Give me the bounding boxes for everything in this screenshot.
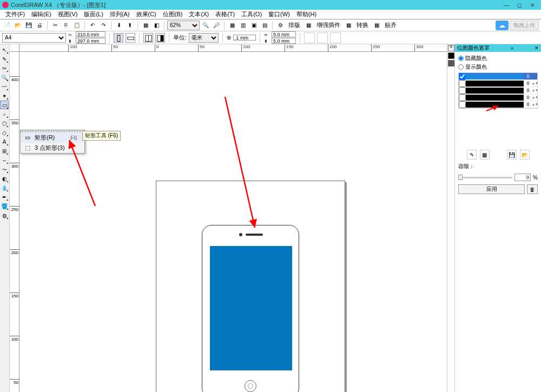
- text-tool[interactable]: A: [0, 137, 9, 146]
- snap-guide-button[interactable]: ▥: [238, 21, 248, 30]
- maximize-button[interactable]: ◻: [513, 1, 526, 9]
- snap-grid-button[interactable]: ▦: [227, 21, 237, 30]
- apply-button[interactable]: 应用: [458, 184, 525, 194]
- save-button[interactable]: 💾: [24, 21, 34, 30]
- export-button[interactable]: ⬆: [125, 21, 135, 30]
- page-layout-btn1[interactable]: ◫: [143, 33, 153, 43]
- zoom-tool[interactable]: 🔍: [0, 73, 9, 82]
- color-swatch[interactable]: [466, 74, 524, 79]
- interactive-tool[interactable]: ◐: [0, 174, 9, 183]
- paper-size-select[interactable]: A4: [2, 33, 66, 43]
- rectangle-tool[interactable]: ▭: [0, 101, 9, 109]
- redo-button[interactable]: ↷: [98, 21, 108, 30]
- flyout-rectangle[interactable]: ▭ 矩形(R) F6: [21, 132, 84, 143]
- flyout-3pt-rectangle[interactable]: ⬚ 3 点矩形(3): [21, 143, 84, 153]
- color-mask-row[interactable]: 0 ▲▼: [459, 87, 537, 94]
- menu-layout[interactable]: 版面(L): [81, 10, 106, 18]
- align-label[interactable]: 贴齐: [382, 21, 399, 29]
- radio-hide-color[interactable]: 隐藏颜色: [458, 54, 538, 63]
- docker-title-bar[interactable]: 位图颜色遮罩 » ✕: [455, 44, 541, 52]
- paste-button[interactable]: 📋: [72, 21, 82, 30]
- welcome-button[interactable]: ◧: [151, 21, 161, 30]
- tolerance-slider[interactable]: [458, 177, 512, 178]
- color-none[interactable]: [448, 45, 454, 51]
- align-icon[interactable]: ▦: [372, 21, 381, 30]
- eyedropper-tool[interactable]: 💧: [0, 183, 9, 192]
- tolerance-input[interactable]: [514, 174, 531, 181]
- app-launcher-button[interactable]: ▦: [141, 21, 150, 30]
- crop-tool[interactable]: ✂: [0, 64, 9, 72]
- page-width-input[interactable]: [76, 31, 105, 37]
- edit-color-button[interactable]: ▦: [480, 150, 490, 160]
- undo-button[interactable]: ↶: [88, 21, 97, 30]
- color-mask-row[interactable]: 0 ▲▼: [459, 101, 537, 108]
- page-layout-btn2[interactable]: ◨: [155, 33, 165, 43]
- zoom-in-button[interactable]: 🔍: [201, 21, 210, 30]
- color-swatch[interactable]: [466, 81, 524, 87]
- close-button[interactable]: ✕: [526, 1, 539, 9]
- snap-btn-b[interactable]: [317, 32, 328, 43]
- page-height-input[interactable]: [76, 38, 105, 44]
- spin-icon[interactable]: ▲▼: [532, 89, 537, 92]
- minimize-button[interactable]: —: [500, 1, 513, 9]
- smart-tool[interactable]: ✦: [0, 91, 9, 100]
- upload-button[interactable]: 拖拽上传: [510, 21, 539, 30]
- table-tool[interactable]: ⊞: [0, 147, 9, 155]
- dimension-tool[interactable]: ↔: [0, 156, 9, 164]
- convert-label[interactable]: 转换: [354, 21, 371, 29]
- dup-y-input[interactable]: [272, 38, 296, 44]
- outline-tool[interactable]: ✒: [0, 192, 9, 201]
- color-swatch-gray[interactable]: [448, 60, 454, 67]
- landscape-button[interactable]: ▭: [126, 33, 135, 43]
- color-swatch[interactable]: [466, 102, 524, 108]
- color-swatch-black[interactable]: [448, 52, 454, 59]
- convert-icon[interactable]: ▦: [344, 21, 353, 30]
- menu-help[interactable]: 帮助(H): [293, 10, 320, 18]
- docker-collapse-icon[interactable]: »: [511, 45, 513, 51]
- color-mask-row[interactable]: 0 ▲▼: [459, 80, 537, 87]
- snap-btn-c[interactable]: [330, 32, 341, 43]
- menu-window[interactable]: 窗口(W): [265, 10, 293, 18]
- menu-table[interactable]: 表格(T): [212, 10, 238, 18]
- ellipse-tool[interactable]: ○: [0, 110, 9, 118]
- new-button[interactable]: 📄: [2, 21, 12, 30]
- fill-tool[interactable]: 🪣: [0, 202, 9, 210]
- enhance-label[interactable]: 增强插件: [314, 21, 342, 29]
- cut-button[interactable]: ✂: [50, 21, 60, 30]
- menu-file[interactable]: 文件(F): [2, 10, 28, 18]
- portrait-button[interactable]: ▯: [114, 33, 123, 43]
- spin-icon[interactable]: ▲▼: [532, 75, 537, 78]
- pick-tool[interactable]: ↖: [0, 45, 9, 54]
- menu-tools[interactable]: 工具(O): [238, 10, 265, 18]
- print-button[interactable]: 🖨: [35, 21, 44, 30]
- docker-close-icon[interactable]: ✕: [535, 45, 539, 51]
- menu-view[interactable]: 视图(V): [55, 10, 81, 18]
- phone-drawing[interactable]: [202, 225, 299, 392]
- open-button[interactable]: 📂: [13, 21, 23, 30]
- layout-label[interactable]: 排版: [286, 21, 302, 29]
- enhance-icon[interactable]: ▦: [304, 21, 313, 30]
- unit-select[interactable]: 毫米: [189, 33, 219, 43]
- snap-btn-a[interactable]: [304, 32, 315, 43]
- ruler-vertical[interactable]: 400 350 300 250 200 150 100 50: [10, 52, 19, 392]
- import-button[interactable]: ⬇: [114, 21, 124, 30]
- interactive-fill-tool[interactable]: ◍: [0, 211, 9, 220]
- connector-tool[interactable]: ⤳: [0, 165, 9, 174]
- options-button[interactable]: ⚙: [275, 21, 285, 30]
- open-mask-button[interactable]: 📂: [520, 150, 530, 160]
- freehand-tool[interactable]: 〰: [0, 82, 9, 91]
- menu-edit[interactable]: 编辑(E): [28, 10, 55, 18]
- radio-show-color[interactable]: 显示颜色: [458, 63, 538, 71]
- spin-icon[interactable]: ▲▼: [532, 82, 537, 85]
- dup-x-input[interactable]: [272, 31, 296, 37]
- delete-mask-button[interactable]: 🗑: [527, 184, 538, 194]
- shape-tool[interactable]: ✎: [0, 55, 9, 63]
- color-mask-row[interactable]: 0 ▲▼: [459, 94, 537, 101]
- snap-dynamic-button[interactable]: ▤: [260, 21, 269, 30]
- menu-bitmap[interactable]: 位图(B): [160, 10, 186, 18]
- menu-text[interactable]: 文本(X): [186, 10, 212, 18]
- zoom-select[interactable]: 62%: [167, 21, 200, 30]
- save-mask-button[interactable]: 💾: [507, 150, 517, 160]
- basic-shapes-tool[interactable]: ◇: [0, 128, 9, 137]
- zoom-out-button[interactable]: 🔎: [212, 21, 221, 30]
